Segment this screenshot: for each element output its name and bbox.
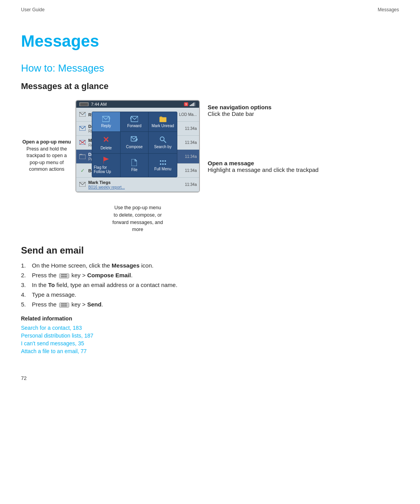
right-annotation: See navigation options Click the Date ba…	[200, 100, 318, 192]
compose-icon	[131, 136, 138, 143]
popup-forward-label: Forward	[127, 124, 142, 128]
popup-compose[interactable]: Compose	[121, 132, 149, 153]
msg-icon	[79, 112, 86, 117]
popup-mark-unread[interactable]: Mark Unread	[149, 112, 177, 131]
popup-menu[interactable]: Reply Forward	[92, 112, 177, 177]
left-annotation: Open a pop-up menu Press and hold the tr…	[21, 100, 75, 173]
device-and-right: 7:44 AM 9	[75, 100, 318, 192]
header-right: Messages	[378, 7, 399, 12]
folder-icon	[159, 116, 167, 122]
popup-flag[interactable]: Flag for Follow Up	[92, 154, 121, 177]
send-email-steps: 1. On the Home screen, click the Message…	[21, 262, 399, 308]
msg-content: Mark Tiegs B016 weekly report...	[88, 180, 185, 189]
menu-key-2	[59, 303, 69, 308]
right-annot-open: Open a message Highlight a message and c…	[208, 160, 318, 173]
right-annot-nav-title: See navigation options	[208, 104, 318, 110]
reply-icon	[102, 116, 110, 122]
page-header: User Guide Messages	[0, 0, 420, 12]
status-bar: 7:44 AM 9	[76, 101, 199, 108]
msg-icon	[79, 126, 86, 131]
svg-rect-0	[190, 105, 191, 106]
popup-mark-unread-label: Mark Unread	[152, 124, 174, 128]
popup-reply-label: Reply	[101, 124, 111, 128]
file-icon	[131, 159, 137, 166]
popup-search-label: Search by	[154, 145, 172, 149]
right-annot-nav: See navigation options Click the Date ba…	[208, 104, 318, 117]
send-email-title: Send an email	[21, 245, 399, 256]
step-2: 2. Press the key > Compose Email.	[21, 272, 399, 278]
device-mockup: 7:44 AM 9	[75, 100, 200, 192]
left-annot-title: Open a pop-up menu	[23, 139, 71, 145]
subsection-title: Messages at a glance	[21, 81, 399, 91]
popup-delete-label: Delete	[100, 146, 112, 150]
related-link-3[interactable]: I can't send messages, 35	[21, 340, 399, 346]
email-unread-icon	[79, 126, 86, 131]
popup-full-menu[interactable]: Full Menu	[149, 154, 177, 177]
email-folder-icon	[79, 154, 86, 159]
message-row-mark[interactable]: Mark Tiegs B016 weekly report... 11:34a	[76, 178, 199, 192]
related-info: Related information Search for a contact…	[21, 315, 399, 354]
svg-marker-18	[103, 157, 109, 161]
svg-point-24	[162, 163, 164, 165]
popup-forward[interactable]: Forward	[121, 112, 149, 131]
right-annot-open-body: Highlight a message and click the trackp…	[208, 166, 318, 173]
popup-menu-row-1: Reply Forward	[92, 112, 177, 132]
svg-point-16	[160, 137, 164, 141]
menu-key	[59, 273, 69, 278]
step-3: 3. In the To field, type an email addres…	[21, 282, 399, 288]
svg-line-17	[164, 140, 166, 143]
popup-menu-row-3: Flag for Follow Up File	[92, 154, 177, 177]
msg-icon: ✓	[79, 168, 86, 173]
page-title: Messages	[21, 32, 399, 51]
email-icon	[79, 112, 86, 117]
svg-rect-12	[159, 117, 163, 119]
main-content: Messages How to: Messages Messages at a …	[0, 12, 420, 371]
svg-rect-4	[194, 102, 195, 106]
svg-rect-1	[191, 104, 192, 106]
email-unread-red-icon	[79, 140, 86, 145]
svg-rect-2	[192, 103, 193, 106]
svg-point-20	[160, 160, 161, 162]
full-menu-icon	[159, 160, 167, 165]
popup-menu-row-2: ✕ Delete	[92, 132, 177, 154]
popup-fullmenu-label: Full Menu	[154, 167, 172, 171]
step-5: 5. Press the key > Send.	[21, 301, 399, 308]
svg-point-25	[164, 163, 166, 165]
left-annot-body: Press and hold the trackpad to open a po…	[21, 146, 72, 173]
header-left: User Guide	[21, 7, 45, 12]
popup-delete[interactable]: ✕ Delete	[92, 132, 121, 153]
related-link-1[interactable]: Search for a contact, 183	[21, 325, 399, 331]
popup-file-label: File	[131, 168, 137, 172]
popup-search[interactable]: Search by	[149, 132, 177, 153]
svg-point-21	[162, 160, 164, 162]
popup-flag-label: Flag for Follow Up	[94, 165, 119, 174]
svg-point-23	[160, 163, 161, 165]
signal-icon	[190, 102, 196, 106]
right-annot-open-title: Open a message	[208, 160, 318, 166]
svg-rect-30	[79, 155, 86, 159]
svg-point-22	[164, 160, 166, 162]
forward-icon	[130, 116, 138, 122]
popup-file[interactable]: File	[121, 154, 149, 177]
section-title: How to: Messages	[21, 62, 399, 74]
search-popup-icon	[159, 136, 166, 143]
status-time: 7:44 AM	[91, 102, 107, 107]
checkmark-icon: ✓	[80, 168, 85, 173]
msg-icon	[79, 182, 86, 187]
related-link-4[interactable]: Attach a file to an email, 77	[21, 348, 399, 354]
related-link-2[interactable]: Personal distribution lists, 187	[21, 332, 399, 339]
popup-reply[interactable]: Reply	[92, 112, 121, 131]
step-1: 1. On the Home screen, click the Message…	[21, 262, 399, 269]
msg-icon	[79, 140, 86, 145]
popup-compose-label: Compose	[126, 145, 143, 149]
send-email-section: Send an email 1. On the Home screen, cli…	[21, 245, 399, 354]
message-list: RE: Ox... LOD Ma...	[76, 108, 199, 192]
page-footer: 72	[0, 371, 420, 385]
msg-icon	[79, 154, 86, 160]
step-4: 4. Type a message.	[21, 291, 399, 298]
device-area: Open a pop-up menu Press and hold the tr…	[21, 100, 399, 192]
bottom-caption: Use the pop-up menuto delete, compose, o…	[75, 204, 200, 233]
notification-badge: 9	[184, 102, 188, 106]
page-number: 72	[21, 375, 26, 381]
email-icon-2	[79, 182, 86, 187]
